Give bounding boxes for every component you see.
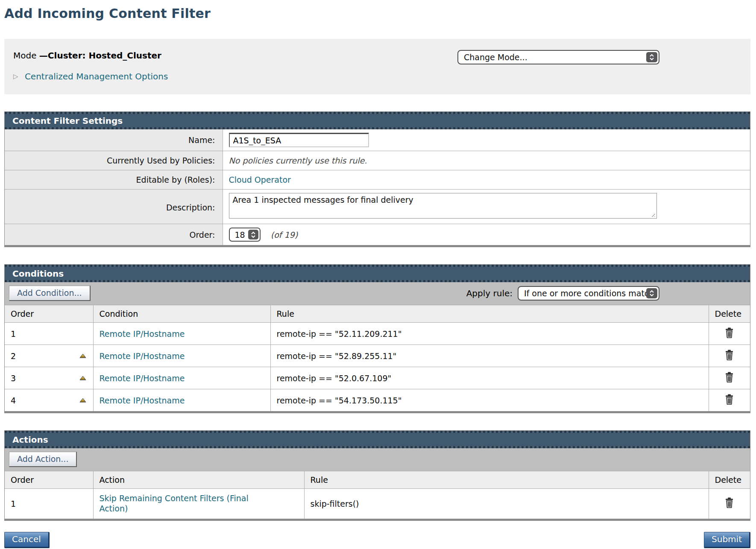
- trash-icon[interactable]: [725, 394, 734, 405]
- add-action-button[interactable]: Add Action...: [9, 452, 77, 467]
- conditions-section: Conditions Add Condition... Apply rule: …: [4, 264, 750, 413]
- column-header-action: Action: [93, 471, 304, 489]
- rule-text: remote-ip == "52.0.67.109": [270, 367, 709, 389]
- policies-value: No policies currently use this rule.: [229, 156, 367, 165]
- cancel-button[interactable]: Cancel: [4, 532, 50, 548]
- page-title: Add Incoming Content Filter: [4, 3, 750, 21]
- rule-text: remote-ip == "52.89.255.11": [270, 345, 709, 367]
- table-row: 3 Remote IP/Hostname remote-ip == "52.0.…: [5, 367, 750, 389]
- mode-value: —Cluster: Hosted_Cluster: [39, 50, 161, 61]
- condition-link[interactable]: Remote IP/Hostname: [100, 374, 185, 383]
- settings-table: Name: Currently Used by Policies: No pol…: [5, 129, 750, 245]
- column-header-order: Order: [5, 305, 93, 323]
- name-label: Name:: [5, 129, 223, 151]
- apply-rule-label: Apply rule:: [466, 288, 513, 298]
- centralized-management-row: ▷ Centralized Management Options: [13, 71, 750, 82]
- column-header-rule: Rule: [304, 471, 709, 489]
- table-row: 1 Remote IP/Hostname remote-ip == "52.11…: [5, 323, 750, 345]
- column-header-delete: Delete: [709, 305, 750, 323]
- conditions-header: Conditions: [5, 265, 750, 282]
- actions-table: Order Action Rule Delete 1 Skip Remainin…: [5, 471, 750, 519]
- row-order: 1: [11, 329, 16, 339]
- row-order: 1: [11, 499, 16, 508]
- change-mode-select[interactable]: Change Mode...: [457, 50, 659, 64]
- description-label: Description:: [5, 190, 223, 224]
- trash-icon[interactable]: [725, 372, 734, 383]
- table-row: 2 Remote IP/Hostname remote-ip == "52.89…: [5, 345, 750, 367]
- centralized-management-options-link[interactable]: Centralized Management Options: [25, 71, 168, 82]
- conditions-column-headers: Order Condition Rule Delete: [5, 305, 750, 323]
- table-row: 4 Remote IP/Hostname remote-ip == "54.17…: [5, 389, 750, 412]
- row-order: 2: [11, 351, 16, 361]
- rule-text: remote-ip == "54.173.50.115": [270, 389, 709, 412]
- disclosure-triangle-icon[interactable]: ▷: [13, 73, 18, 80]
- order-total: (of 19): [271, 230, 298, 239]
- trash-icon[interactable]: [725, 497, 734, 508]
- description-textarea[interactable]: Area 1 inspected messages for final deli…: [229, 193, 657, 219]
- condition-link[interactable]: Remote IP/Hostname: [100, 329, 185, 339]
- column-header-delete: Delete: [709, 471, 750, 489]
- sort-up-icon[interactable]: [79, 398, 86, 403]
- change-mode-select-value: Change Mode...: [464, 53, 527, 62]
- order-label: Order:: [5, 224, 223, 245]
- column-header-order: Order: [5, 471, 93, 489]
- actions-column-headers: Order Action Rule Delete: [5, 471, 750, 489]
- actions-section: Actions Add Action... Order Action Rule …: [4, 430, 750, 521]
- row-order: 3: [11, 374, 16, 383]
- apply-rule-select[interactable]: If one or more conditions match: [518, 286, 659, 301]
- editable-row: Editable by (Roles): Cloud Operator: [5, 170, 750, 190]
- submit-button[interactable]: Submit: [704, 532, 750, 548]
- rule-text: remote-ip == "52.11.209.211": [270, 323, 709, 345]
- footer: Cancel Submit: [4, 532, 750, 548]
- description-row: Description: Area 1 inspected messages f…: [5, 190, 750, 224]
- action-link[interactable]: Skip Remaining Content Filters (Final Ac…: [100, 494, 279, 514]
- add-condition-button[interactable]: Add Condition...: [9, 286, 91, 301]
- up-down-stepper-icon: [646, 288, 657, 298]
- sort-up-icon[interactable]: [79, 353, 86, 358]
- name-input[interactable]: [229, 133, 369, 147]
- apply-rule-group: Apply rule: If one or more conditions ma…: [466, 286, 659, 301]
- trash-icon[interactable]: [725, 350, 734, 360]
- conditions-table: Order Condition Rule Delete 1 Remote IP/…: [5, 305, 750, 411]
- conditions-toolbar: Add Condition... Apply rule: If one or m…: [5, 282, 750, 305]
- policies-row: Currently Used by Policies: No policies …: [5, 151, 750, 170]
- order-select[interactable]: 18: [229, 228, 261, 242]
- apply-rule-select-value: If one or more conditions match: [524, 289, 654, 298]
- content-filter-settings-section: Content Filter Settings Name: Currently …: [4, 111, 750, 247]
- condition-link[interactable]: Remote IP/Hostname: [100, 351, 185, 361]
- rule-text: skip-filters(): [304, 489, 709, 519]
- table-row: 1 Skip Remaining Content Filters (Final …: [5, 489, 750, 519]
- column-header-rule: Rule: [270, 305, 709, 323]
- order-row: Order: 18 (of 19): [5, 224, 750, 245]
- actions-toolbar: Add Action...: [5, 448, 750, 471]
- name-row: Name:: [5, 129, 750, 151]
- actions-header: Actions: [5, 431, 750, 448]
- order-select-value: 18: [235, 230, 245, 239]
- trash-icon[interactable]: [725, 327, 734, 338]
- up-down-stepper-icon: [646, 52, 657, 62]
- editable-roles-link[interactable]: Cloud Operator: [229, 175, 291, 184]
- mode-label: Mode: [13, 50, 37, 61]
- editable-label: Editable by (Roles):: [5, 170, 223, 190]
- row-order: 4: [11, 396, 16, 405]
- page: Add Incoming Content Filter Mode —Cluste…: [0, 3, 756, 548]
- column-header-condition: Condition: [93, 305, 270, 323]
- mode-panel: Mode —Cluster: Hosted_Cluster Change Mod…: [4, 39, 750, 94]
- up-down-stepper-icon: [248, 230, 258, 239]
- condition-link[interactable]: Remote IP/Hostname: [100, 396, 185, 405]
- policies-label: Currently Used by Policies:: [5, 151, 223, 170]
- sort-up-icon[interactable]: [79, 376, 86, 380]
- content-filter-settings-header: Content Filter Settings: [5, 112, 750, 129]
